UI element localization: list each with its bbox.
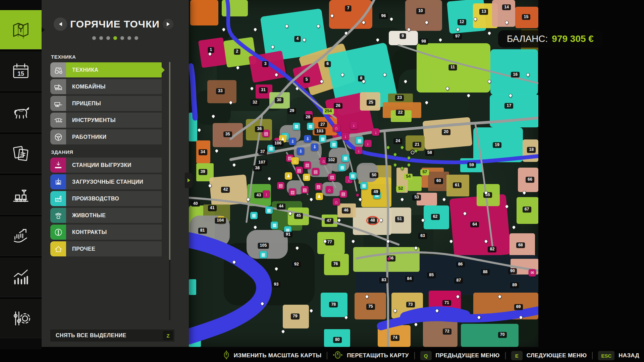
map-field-badge-35[interactable]: 35 <box>223 131 232 137</box>
map-field-badge-6[interactable]: 6 <box>324 61 331 67</box>
map-poi-icon[interactable]: ⌂ <box>291 157 299 165</box>
map-poi-icon[interactable]: ↓ <box>350 122 358 129</box>
hint-key-q[interactable]: QПРЕДЫДУЩЕЕ МЕНЮ <box>420 351 500 360</box>
map-field-badge-17[interactable]: 17 <box>505 103 514 109</box>
map-field-badge-58[interactable]: 58 <box>425 150 434 156</box>
map-field-badge-71[interactable]: 71 <box>442 300 451 306</box>
map-field-badge-54[interactable]: 54 <box>404 174 413 180</box>
map-field-badge-24[interactable]: 24 <box>393 138 402 144</box>
sidebar-tab-settings[interactable] <box>0 298 42 338</box>
hint-mouse-scroll-icon[interactable]: ИЗМЕНИТЬ МАСШТАБ КАРТЫ <box>223 350 322 361</box>
map-poi-icon[interactable]: ▤ <box>328 174 336 181</box>
map-field-badge-57[interactable]: 57 <box>420 170 429 176</box>
map-field-badge-28[interactable]: 28 <box>304 114 312 120</box>
map-field-badge-90[interactable]: 90 <box>508 268 517 274</box>
map-field-badge-47[interactable]: 47 <box>325 218 333 224</box>
map-poi-icon[interactable]: ♟ <box>316 193 323 200</box>
map-field-badge-92[interactable]: 92 <box>292 261 301 267</box>
map-field-badge-76[interactable]: 76 <box>331 261 340 267</box>
map-field-badge-50[interactable]: 50 <box>370 172 378 178</box>
map-field-badge-61[interactable]: 61 <box>453 182 462 188</box>
map-field-badge-73[interactable]: 73 <box>406 302 415 308</box>
map-field-badge-72[interactable]: 72 <box>443 329 451 335</box>
map-field-badge-15[interactable]: 15 <box>522 14 531 20</box>
map-poi-icon[interactable]: ↓ <box>355 147 362 154</box>
map-poi-icon[interactable]: ⇩ <box>311 143 318 151</box>
hint-mouse-drag-icon[interactable]: ПЕРЕТАЩИТЬ КАРТУ <box>333 350 409 361</box>
map-field-badge-102[interactable]: 102 <box>326 157 337 163</box>
map-poi-icon[interactable]: ▦ <box>271 222 278 229</box>
map-field-badge-87[interactable]: 87 <box>454 278 463 284</box>
map-field-badge-254[interactable]: 254 <box>323 108 334 114</box>
menu-item-loading-stations[interactable]: ЗАГРУЗОЧНЫЕ СТАНЦИИ <box>50 174 162 189</box>
map-poi-icon[interactable]: ▦ <box>307 123 314 130</box>
map-field-badge-21[interactable]: 21 <box>413 142 421 148</box>
map-poi-icon[interactable]: ⇩ <box>297 147 304 155</box>
map-field-badge-97[interactable]: 97 <box>453 34 462 40</box>
map-field-badge-80[interactable]: 80 <box>333 337 342 343</box>
map-field-badge-84[interactable]: 84 <box>405 276 414 282</box>
map-field-badge-89[interactable]: 89 <box>510 282 519 288</box>
map-field-badge-78[interactable]: 78 <box>329 302 338 308</box>
map-field-badge-70[interactable]: 70 <box>498 332 507 338</box>
map-field-badge-103[interactable]: 103 <box>314 128 325 134</box>
map-field-badge-93[interactable]: 93 <box>272 282 281 288</box>
scrollbar-thumb[interactable] <box>169 62 170 260</box>
map-poi-icon[interactable]: ▤ <box>315 183 322 190</box>
map-field-badge-9[interactable]: 9 <box>399 33 406 39</box>
map-poi-icon[interactable]: ✉ <box>529 269 536 277</box>
map-field-badge-44[interactable]: 44 <box>277 203 285 209</box>
map-field-badge-83[interactable]: 83 <box>379 277 388 283</box>
map-field-badge-59[interactable]: 59 <box>467 162 476 168</box>
clear-selection-button[interactable]: СНЯТЬ ВСЕ ВЫДЕЛЕНИЕ Z <box>50 329 174 342</box>
map-field-badge-74[interactable]: 74 <box>391 335 399 341</box>
map-field-badge-37[interactable]: 37 <box>258 149 267 155</box>
map-field-badge-22[interactable]: 22 <box>396 110 405 116</box>
map-field-badge-104[interactable]: 104 <box>215 218 226 224</box>
map-field-badge-49[interactable]: 49 <box>372 189 380 195</box>
map-field-badge-4[interactable]: 4 <box>294 36 301 42</box>
map-field-badge-33[interactable]: 33 <box>216 88 225 94</box>
menu-item-contracts[interactable]: КОНТРАКТЫ <box>50 225 162 240</box>
map-poi-icon[interactable]: ▦ <box>319 135 326 142</box>
map-poi-icon[interactable]: ▤ <box>301 186 309 193</box>
map-field-badge-23[interactable]: 23 <box>395 95 404 101</box>
map-poi-icon[interactable]: ↓ <box>263 190 270 198</box>
map-field-badge-75[interactable]: 75 <box>366 304 375 310</box>
map-field-badge-36[interactable]: 36 <box>255 126 264 132</box>
map-poi-icon[interactable]: ⌂ <box>326 186 333 193</box>
map-poi-icon[interactable]: ▤ <box>340 190 347 198</box>
map-field-badge-31[interactable]: 31 <box>259 87 268 93</box>
sidebar-tab-finances[interactable] <box>0 216 42 256</box>
map-field-badge-60[interactable]: 60 <box>434 178 443 184</box>
map-poi-icon[interactable]: ⇩ <box>304 135 311 142</box>
menu-item-vehicles[interactable]: ТЕХНИКА <box>50 62 162 77</box>
menu-item-tools[interactable]: ИНСТРУМЕНТЫ <box>50 113 162 128</box>
hint-key-esc[interactable]: ESCНАЗАД <box>598 351 639 360</box>
map-poi-icon[interactable]: ↓ <box>364 140 372 147</box>
world-map[interactable]: ▤▤▤▤▤▤⌂▤▤▤▤▤⌂▤⌂↓↓↓↓⌂↓↓↓↓✉▦▦▦▦▦▦▦▦▦▦▦▦▦▦▦… <box>189 0 538 347</box>
hint-key-e[interactable]: EСЛЕДУЮЩЕЕ МЕНЮ <box>511 351 587 360</box>
map-field-badge-68[interactable]: 68 <box>516 242 525 248</box>
sidebar-tab-map[interactable] <box>0 9 42 50</box>
map-field-badge-3[interactable]: 3 <box>262 61 269 67</box>
map-field-badge-67[interactable]: 67 <box>523 206 531 213</box>
map-field-badge-34[interactable]: 34 <box>199 149 207 155</box>
menu-item-workers[interactable]: РАБОТНИКИ <box>50 129 162 144</box>
map-field-badge-40[interactable]: 40 <box>191 201 200 207</box>
map-field-badge-85[interactable]: 85 <box>427 272 436 278</box>
map-field-badge-79[interactable]: 79 <box>291 313 300 319</box>
map-field-badge-107[interactable]: 107 <box>256 160 267 166</box>
map-field-badge-11[interactable]: 11 <box>448 64 457 70</box>
map-field-badge-12[interactable]: 12 <box>458 19 466 25</box>
next-category-button[interactable] <box>163 19 173 29</box>
menu-item-misc[interactable]: ПРОЧЕЕ <box>50 241 162 256</box>
map-poi-icon[interactable]: ▦ <box>250 212 258 219</box>
map-field-badge-43[interactable]: 43 <box>254 192 263 198</box>
map-field-badge-81[interactable]: 81 <box>198 228 207 234</box>
sidebar-tab-statistics[interactable] <box>0 257 42 297</box>
map-field-badge-51[interactable]: 51 <box>395 216 404 222</box>
map-poi-icon[interactable]: ⌂ <box>333 198 340 205</box>
map-field-badge-20[interactable]: 20 <box>442 129 450 135</box>
sidebar-tab-contracts[interactable] <box>0 133 42 173</box>
